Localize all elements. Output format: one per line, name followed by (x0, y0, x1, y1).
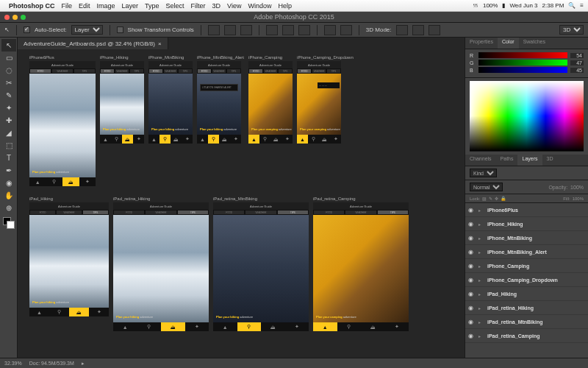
layer-expand-icon[interactable]: ▸ (478, 236, 484, 241)
filter-pixel-icon[interactable] (500, 169, 508, 177)
artboard-iPhone_Hiking[interactable]: Adventure GuideFOODWEATHERTIPSPlan your … (100, 61, 144, 144)
filter-type-icon[interactable] (522, 169, 530, 177)
show-transform-checkbox[interactable] (117, 26, 123, 33)
lock-transparency-icon[interactable]: ▨ (482, 196, 487, 201)
layer-expand-icon[interactable]: ▸ (478, 250, 484, 255)
tab-paths[interactable]: Paths (496, 155, 518, 166)
artboard-iPhone_Camping_Dropdown[interactable]: Adventure GuideFOODWEATHERTIPSPlan your … (297, 61, 341, 144)
tool-11[interactable]: ◉ (1, 177, 16, 189)
artboard-label[interactable]: iPad_Hiking (29, 197, 109, 201)
artboard-label[interactable]: iPhone6Plus (29, 55, 96, 60)
layer-expand-icon[interactable]: ▸ (478, 333, 484, 339)
layer-expand-icon[interactable]: ▸ (478, 319, 484, 325)
menu-3d[interactable]: 3D (212, 2, 221, 10)
layer-row[interactable]: ◉▸iPad_Hiking (465, 287, 588, 301)
layer-expand-icon[interactable]: ▸ (478, 208, 484, 213)
layer-expand-icon[interactable]: ▸ (478, 291, 484, 297)
tool-9[interactable]: T (1, 152, 16, 164)
layer-row[interactable]: ◉▸iPhone_MtnBiking (465, 231, 588, 245)
layer-filter-kind[interactable]: Kind (470, 169, 497, 177)
menu-select[interactable]: Select (166, 2, 184, 10)
notifications-icon[interactable]: ≡ (580, 2, 584, 9)
lock-pixels-icon[interactable]: ✎ (489, 196, 492, 201)
r-slider[interactable] (478, 52, 567, 58)
artboard-label[interactable]: iPhone_Camping_Dropdown (297, 55, 354, 60)
3d-mode-btn-1[interactable] (396, 25, 408, 35)
layer-row[interactable]: ◉▸iPhone_Camping (465, 259, 588, 273)
traffic-zoom[interactable] (21, 15, 26, 20)
artboard-iPhone_MtnBiking_Alert[interactable]: Adventure GuideFOODWEATHERTIPSPlan your … (197, 61, 241, 144)
filter-smart-icon[interactable] (544, 169, 552, 177)
align-btn-1[interactable] (208, 25, 220, 35)
artboard-label[interactable]: iPad_retina_Hiking (113, 197, 209, 201)
menu-file[interactable]: File (62, 2, 73, 10)
artboard-label[interactable]: iPhone_Hiking (100, 55, 144, 60)
tab-3d[interactable]: 3D (542, 155, 558, 166)
tool-12[interactable]: ✋ (1, 189, 16, 202)
artboard-label[interactable]: iPhone_MtnBiking_Alert (197, 55, 244, 60)
fill-value[interactable]: 100% (573, 197, 584, 201)
doc-info-chevron-icon[interactable]: ▸ (82, 361, 85, 367)
menu-window[interactable]: Window (248, 2, 271, 10)
3d-mode-btn-2[interactable] (412, 25, 424, 35)
layer-row[interactable]: ◉▸iPhone_MtnBiking_Alert (465, 245, 588, 259)
document-tab-close-icon[interactable]: × (158, 40, 162, 47)
artboard-iPhone_MtnBiking[interactable]: Adventure GuideFOODWEATHERTIPSPlan your … (148, 61, 193, 144)
menu-type[interactable]: Type (145, 2, 159, 10)
artboard-iPad_Hiking[interactable]: Adventure GuideFOODWEATHERTIPSPlan your … (29, 202, 109, 316)
tool-13[interactable]: ⊕ (1, 202, 16, 214)
b-slider[interactable] (478, 67, 567, 73)
layer-expand-icon[interactable]: ▸ (478, 277, 484, 283)
tool-0[interactable]: ↖ (1, 39, 16, 52)
filter-adjust-icon[interactable] (511, 169, 519, 177)
tab-color[interactable]: Color (498, 38, 519, 49)
artboard-label[interactable]: iPhone_Camping (248, 55, 293, 60)
artboard-label[interactable]: iPad_retina_Camping (313, 197, 409, 201)
distribute-btn-2[interactable] (340, 25, 352, 35)
traffic-close[interactable] (4, 15, 10, 20)
menubar-time[interactable]: 2:38 PM (542, 2, 564, 9)
layer-visibility-icon[interactable]: ◉ (468, 291, 476, 297)
zoom-level[interactable]: 32.39% (4, 361, 22, 366)
lock-all-icon[interactable]: 🔒 (501, 196, 506, 201)
layer-expand-icon[interactable]: ▸ (478, 305, 484, 311)
opacity-value[interactable]: 100% (570, 185, 584, 190)
tab-swatches[interactable]: Swatches (519, 38, 550, 49)
lock-position-icon[interactable]: ✥ (495, 196, 498, 201)
tool-1[interactable]: ▭ (1, 52, 16, 64)
layer-visibility-icon[interactable]: ◉ (468, 263, 476, 269)
color-swatch[interactable] (3, 217, 15, 229)
artboard-iPhone_Camping[interactable]: Adventure GuideFOODWEATHERTIPSPlan your … (248, 61, 293, 144)
tab-properties[interactable]: Properties (465, 38, 498, 49)
layer-visibility-icon[interactable]: ◉ (468, 277, 476, 283)
align-btn-4[interactable] (266, 25, 278, 35)
layer-row[interactable]: ◉▸iPhone_Hiking (465, 217, 588, 231)
traffic-minimize[interactable] (12, 15, 18, 20)
layer-visibility-icon[interactable]: ◉ (468, 207, 476, 213)
workspace-3d-select[interactable]: 3D (559, 25, 584, 35)
document-tab[interactable]: AdventureGuide_Artboards.psd @ 32.4% (RG… (18, 38, 168, 49)
layer-row[interactable]: ◉▸iPhone6Plus (465, 203, 588, 217)
align-btn-2[interactable] (224, 25, 236, 35)
canvas-area[interactable]: AdventureGuide_Artboards.psd @ 32.4% (RG… (18, 38, 465, 358)
r-value[interactable]: 54 (570, 53, 584, 58)
distribute-btn-1[interactable] (324, 25, 336, 35)
wifi-icon[interactable]: ᯾ (473, 2, 478, 9)
doc-size[interactable]: Doc: 94.5M/539.3M (29, 361, 74, 366)
align-btn-5[interactable] (282, 25, 294, 35)
g-value[interactable]: 47 (570, 60, 584, 66)
layer-row[interactable]: ◉▸iPad_retina_Camping (465, 329, 588, 343)
tool-2[interactable]: ◌ (1, 64, 16, 77)
layer-visibility-icon[interactable]: ◉ (468, 249, 476, 255)
3d-mode-btn-3[interactable] (429, 25, 440, 35)
auto-select-checkbox[interactable] (24, 26, 30, 33)
menu-image[interactable]: Image (97, 2, 115, 10)
tool-5[interactable]: ✦ (1, 102, 16, 114)
auto-select-target[interactable]: Layer (71, 25, 103, 35)
layer-expand-icon[interactable]: ▸ (478, 263, 484, 269)
menu-help[interactable]: Help (278, 2, 292, 10)
menu-edit[interactable]: Edit (79, 2, 90, 10)
layer-row[interactable]: ◉▸iPhone_Camping_Dropdown (465, 273, 588, 287)
artboard-iPad_retina_MtnBiking[interactable]: Adventure GuideFOODWEATHERTIPSPlan your … (213, 202, 309, 331)
spotlight-icon[interactable]: 🔍 (568, 2, 576, 9)
